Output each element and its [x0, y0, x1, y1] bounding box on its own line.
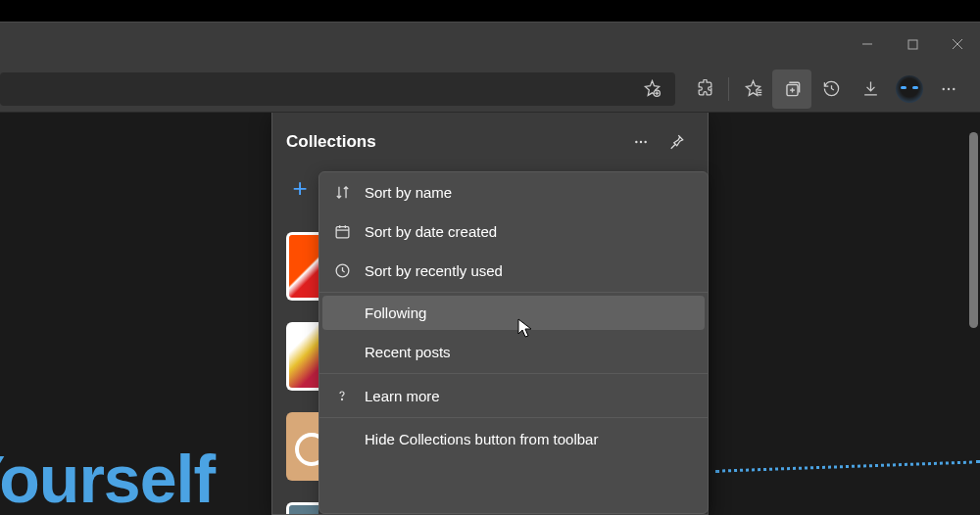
close-button[interactable] — [935, 23, 980, 66]
menu-label: Learn more — [365, 388, 440, 404]
svg-rect-1 — [908, 40, 917, 49]
new-collection-button[interactable]: + — [286, 175, 314, 201]
learn-more-item[interactable]: Learn more — [319, 376, 708, 415]
browser-window: Yourself lable on Disqus Collections — [0, 22, 980, 515]
page-content: Yourself lable on Disqus Collections — [0, 113, 980, 515]
svg-point-15 — [953, 87, 955, 89]
clock-icon — [333, 261, 351, 279]
maximize-button[interactable] — [890, 23, 935, 66]
menu-label: Following — [365, 304, 426, 321]
collections-title: Collections — [286, 132, 623, 152]
address-bar[interactable] — [0, 72, 675, 106]
svg-point-17 — [640, 141, 642, 143]
decorative-dotted-line — [715, 460, 980, 472]
titlebar — [0, 23, 980, 66]
svg-point-24 — [341, 398, 342, 399]
sort-by-date-item[interactable]: Sort by date created — [319, 211, 708, 251]
collection-thumb[interactable] — [286, 322, 318, 391]
svg-point-14 — [948, 87, 950, 89]
hero-title: Yourself — [0, 441, 215, 515]
history-icon[interactable] — [811, 70, 851, 109]
sort-by-name-item[interactable]: Sort by name — [319, 172, 708, 211]
menu-label: Sort by date created — [365, 223, 497, 240]
menu-label: Hide Collections button from toolbar — [365, 431, 598, 447]
extensions-icon[interactable] — [685, 70, 724, 109]
following-item[interactable]: Following — [322, 296, 705, 330]
svg-point-13 — [943, 87, 945, 89]
profile-avatar[interactable] — [896, 75, 923, 103]
collections-more-icon[interactable] — [623, 124, 659, 160]
collection-thumb[interactable] — [286, 412, 318, 481]
pin-icon[interactable] — [659, 124, 694, 160]
collections-dropdown-menu: Sort by name Sort by date created Sort b… — [318, 171, 709, 514]
hide-collections-button-item[interactable]: Hide Collections button from toolbar — [319, 420, 708, 458]
cursor-icon — [517, 318, 533, 340]
favorites-icon[interactable] — [733, 70, 772, 109]
settings-more-icon[interactable] — [929, 70, 968, 109]
toolbar — [0, 66, 980, 113]
collections-icon[interactable] — [772, 70, 811, 109]
downloads-icon[interactable] — [851, 70, 890, 109]
sort-alpha-icon — [333, 183, 351, 201]
svg-rect-19 — [336, 226, 349, 237]
favorite-star-add-icon[interactable] — [636, 73, 667, 105]
collection-thumb[interactable] — [286, 502, 318, 514]
minimize-button[interactable] — [845, 23, 890, 66]
svg-point-18 — [644, 141, 646, 143]
menu-label: Sort by name — [365, 184, 452, 201]
collection-thumb[interactable] — [286, 232, 318, 301]
svg-point-16 — [635, 141, 637, 143]
recent-posts-item[interactable]: Recent posts — [319, 333, 708, 371]
calendar-icon — [333, 222, 351, 240]
help-icon — [333, 387, 351, 404]
sort-by-recent-item[interactable]: Sort by recently used — [319, 251, 708, 290]
collections-panel: Collections + — [271, 113, 709, 515]
menu-label: Sort by recently used — [365, 262, 503, 279]
menu-label: Recent posts — [365, 344, 451, 360]
scrollbar-thumb[interactable] — [969, 132, 978, 328]
